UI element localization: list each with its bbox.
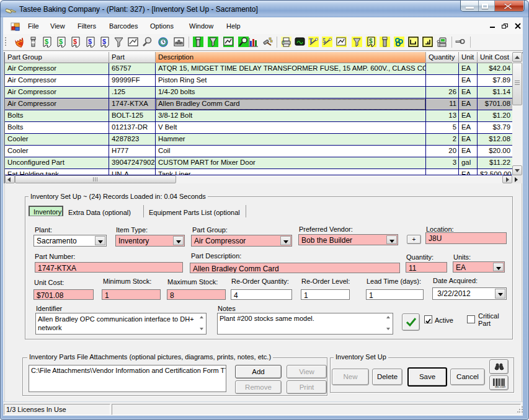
svg-text:$: $ <box>102 38 106 45</box>
svg-text:$: $ <box>73 38 77 45</box>
svg-text:$: $ <box>59 38 63 45</box>
svg-text:380-1349: 380-1349 <box>495 385 506 388</box>
svg-text:$: $ <box>88 38 92 45</box>
svg-text:$: $ <box>369 38 373 45</box>
svg-text:$: $ <box>45 38 48 45</box>
